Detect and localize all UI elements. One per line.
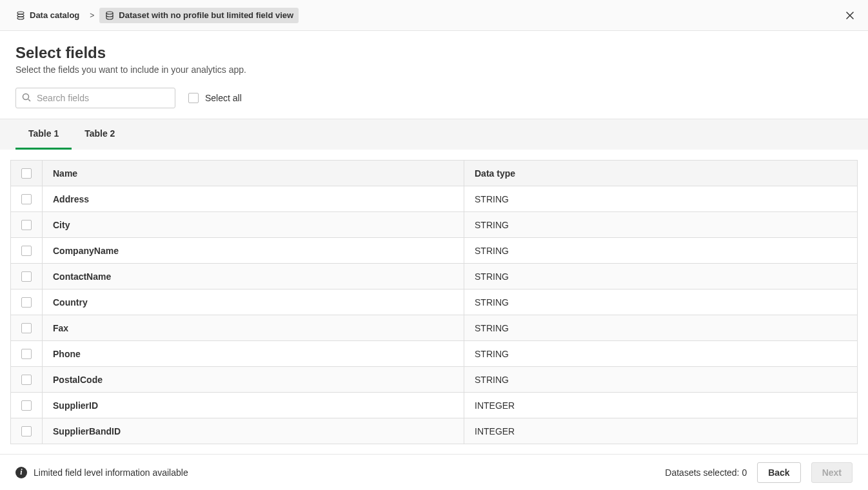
row-checkbox[interactable] <box>21 194 32 204</box>
field-name: CompanyName <box>43 238 464 264</box>
svg-point-2 <box>17 17 24 19</box>
page-title: Select fields <box>15 44 853 62</box>
row-checkbox[interactable] <box>21 297 32 308</box>
tabs-bar: Table 1Table 2 <box>0 119 868 150</box>
field-name: PostalCode <box>43 367 464 393</box>
field-datatype: STRING <box>464 212 858 238</box>
column-header-datatype[interactable]: Data type <box>464 161 858 186</box>
select-all-label: Select all <box>205 93 242 103</box>
field-datatype: STRING <box>464 264 858 289</box>
catalog-icon <box>15 10 26 21</box>
table-row: SupplierBandIDINTEGER <box>11 418 858 444</box>
field-datatype: STRING <box>464 341 858 367</box>
breadcrumb: Data catalog > Dataset with no profile b… <box>0 0 868 31</box>
database-icon <box>104 10 115 21</box>
row-checkbox[interactable] <box>21 246 32 256</box>
field-name: SupplierBandID <box>43 418 464 444</box>
fields-table: Name Data type AddressSTRINGCitySTRINGCo… <box>10 160 858 444</box>
datasets-selected-count: 0 <box>742 467 747 478</box>
info-message-text: Limited field level information availabl… <box>34 467 188 478</box>
search-input-container[interactable] <box>15 88 175 108</box>
row-checkbox-cell <box>11 393 43 418</box>
table-row: SupplierIDINTEGER <box>11 393 858 418</box>
breadcrumb-current-label: Dataset with no profile but limited fiel… <box>119 10 293 20</box>
row-checkbox[interactable] <box>21 349 32 359</box>
field-datatype: INTEGER <box>464 418 858 444</box>
field-datatype: STRING <box>464 238 858 264</box>
back-button[interactable]: Back <box>757 462 800 483</box>
tab-table-2[interactable]: Table 2 <box>72 119 128 150</box>
field-datatype: STRING <box>464 289 858 315</box>
info-message: i Limited field level information availa… <box>15 467 188 478</box>
row-checkbox-cell <box>11 238 43 264</box>
breadcrumb-root-label: Data catalog <box>30 10 79 20</box>
breadcrumb-separator: > <box>90 11 94 20</box>
row-checkbox-cell <box>11 264 43 289</box>
select-all-checkbox[interactable] <box>188 93 199 103</box>
field-datatype: STRING <box>464 315 858 341</box>
table-row: CompanyNameSTRING <box>11 238 858 264</box>
field-name: Fax <box>43 315 464 341</box>
tab-table-1[interactable]: Table 1 <box>15 119 72 150</box>
row-checkbox-cell <box>11 212 43 238</box>
row-checkbox-cell <box>11 186 43 212</box>
row-checkbox[interactable] <box>21 400 32 411</box>
header-checkbox-cell <box>11 161 43 186</box>
svg-line-7 <box>28 99 30 101</box>
info-icon: i <box>15 467 27 478</box>
svg-point-0 <box>17 12 24 14</box>
datasets-selected-label: Datasets selected: <box>665 467 742 478</box>
table-row: PhoneSTRING <box>11 341 858 367</box>
row-checkbox[interactable] <box>21 426 32 436</box>
row-checkbox-cell <box>11 367 43 393</box>
row-checkbox[interactable] <box>21 271 32 282</box>
row-checkbox-cell <box>11 289 43 315</box>
table-row: FaxSTRING <box>11 315 858 341</box>
footer-bar: i Limited field level information availa… <box>0 454 868 490</box>
svg-point-3 <box>106 12 113 14</box>
svg-point-6 <box>23 93 29 99</box>
row-checkbox[interactable] <box>21 323 32 333</box>
field-name: City <box>43 212 464 238</box>
field-name: Address <box>43 186 464 212</box>
datasets-selected: Datasets selected: 0 <box>665 467 747 478</box>
select-all-control[interactable]: Select all <box>188 93 242 103</box>
field-name: Country <box>43 289 464 315</box>
search-input[interactable] <box>35 92 170 104</box>
field-name: SupplierID <box>43 393 464 418</box>
table-row: AddressSTRING <box>11 186 858 212</box>
field-name: ContactName <box>43 264 464 289</box>
row-checkbox-cell <box>11 418 43 444</box>
field-datatype: STRING <box>464 367 858 393</box>
row-checkbox-cell <box>11 341 43 367</box>
header-checkbox[interactable] <box>21 168 32 179</box>
field-name: Phone <box>43 341 464 367</box>
search-icon <box>21 92 32 104</box>
page-subtitle: Select the fields you want to include in… <box>15 64 853 75</box>
field-datatype: STRING <box>464 186 858 212</box>
table-row: PostalCodeSTRING <box>11 367 858 393</box>
table-row: CountrySTRING <box>11 289 858 315</box>
row-checkbox[interactable] <box>21 220 32 230</box>
row-checkbox[interactable] <box>21 375 32 385</box>
field-datatype: INTEGER <box>464 393 858 418</box>
row-checkbox-cell <box>11 315 43 341</box>
column-header-name[interactable]: Name <box>43 161 464 186</box>
breadcrumb-current[interactable]: Dataset with no profile but limited fiel… <box>99 8 299 23</box>
breadcrumb-root[interactable]: Data catalog <box>10 8 84 23</box>
table-row: ContactNameSTRING <box>11 264 858 289</box>
table-row: CitySTRING <box>11 212 858 238</box>
close-button[interactable] <box>842 8 858 23</box>
next-button: Next <box>811 462 853 483</box>
